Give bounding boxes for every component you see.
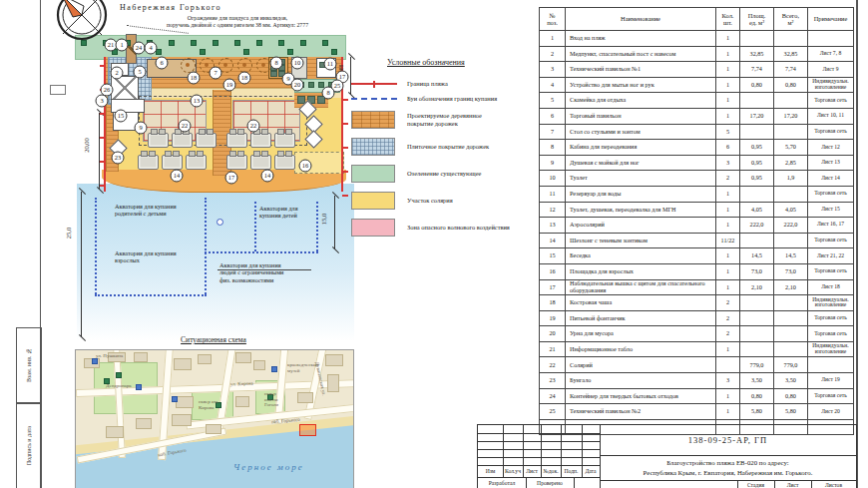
spec-cell: Вход на пляж [566, 31, 716, 47]
spec-cell: 1 [716, 77, 740, 93]
beach-lounger-icon [172, 133, 193, 148]
legend-item-label: Озеленение существующее [407, 170, 481, 178]
spec-cell: 1 [716, 248, 740, 264]
spec-cell: 1 [716, 341, 740, 357]
spec-row: 1Вход на пляж1 [540, 31, 854, 47]
tile-legend-icon [351, 138, 395, 156]
spec-cell: 6 [540, 108, 566, 124]
boundary-tick [100, 65, 106, 67]
spec-cell [774, 124, 808, 140]
spec-row: 2Медпункт, спасательный пост с навесом13… [540, 46, 854, 62]
spec-cell: 3,50 [774, 373, 808, 389]
boundary-tick [100, 113, 106, 115]
spec-cell [774, 31, 808, 47]
spec-cell: 7,74 [774, 62, 808, 78]
sea-label: Черное море [233, 462, 304, 472]
position-marker-7: 7 [210, 67, 222, 80]
spec-cell: 24 [540, 388, 566, 404]
spec-cell: 0,95 [740, 171, 774, 187]
map-building [106, 426, 124, 438]
spec-cell: 3 [716, 155, 740, 171]
map-tree-icon [116, 372, 122, 378]
beach-lounger-icon [186, 155, 207, 170]
spec-cell: Индивидуальн. изготовление [808, 295, 854, 311]
position-marker-14: 14 [171, 170, 184, 183]
map-title: Ситуационная схема [75, 335, 352, 344]
stamp-vzam-label: Взам. инв. № [26, 348, 32, 382]
map-stop-icon [172, 396, 178, 402]
spec-cell: Шезлонг с теневым зонтиком [566, 233, 716, 248]
spec-cell: 1 [716, 186, 740, 202]
position-marker-15: 15 [115, 110, 128, 123]
stamp-podpis-label: Подпись и дата [26, 426, 32, 465]
spec-cell: 1 [716, 108, 740, 124]
spec-cell: 32,85 [774, 46, 808, 62]
titleblock-col-Дата: Дата [582, 465, 601, 477]
spec-row: 23Бунгало33,503,50Лист 19 [540, 373, 854, 389]
tree-icon [243, 49, 249, 55]
spec-cell: 1 [716, 46, 740, 62]
boundary-tick [342, 123, 348, 125]
spec-cell: Технический павильон №2 [566, 404, 716, 420]
map-building [297, 392, 313, 403]
legend-item: Озеленение существующее [351, 160, 533, 187]
boundary-tick [100, 185, 106, 187]
spec-cell: 0,95 [740, 140, 774, 156]
spec-cell: 3,50 [740, 373, 774, 389]
street-label: Набережная Горького [110, 3, 231, 12]
planter-square [308, 82, 314, 88]
spec-row: 6Торговый павильон117,2017,20Лист 10, 11 [540, 108, 854, 124]
spec-cell: 73,0 [740, 263, 774, 279]
spec-col-header: Наименование [566, 8, 716, 31]
spec-cell: Торговый павильон [566, 108, 716, 124]
map-building [176, 396, 194, 408]
spec-cell: Беседка [566, 248, 716, 264]
spec-cell [774, 326, 808, 342]
spec-cell: Информационное табло [566, 341, 716, 357]
map-label: ул. Пушкина [96, 353, 123, 359]
spec-cell: 18 [540, 295, 566, 311]
spec-cell: 1 [716, 31, 740, 47]
yellow-legend-icon [351, 192, 395, 210]
beach-lounger-icon [250, 133, 271, 148]
spec-col-header: Площ. ед. м² [740, 8, 774, 31]
spec-cell: 17,20 [740, 108, 774, 124]
spec-cell: Лист 12 [808, 140, 854, 156]
tree-icon [322, 40, 328, 46]
spec-cell: 2,85 [774, 155, 808, 171]
spec-cell: 2 [716, 326, 740, 342]
spec-cell: 1 [540, 31, 566, 47]
spec-cell: Торговая сеть [808, 233, 854, 248]
water-area-label: Акватория для купания людей с ограниченн… [219, 261, 319, 283]
spec-cell: Солярий [566, 357, 716, 373]
legend-symbol [351, 138, 407, 156]
legend-symbol [351, 165, 407, 183]
buoy-line [254, 202, 256, 251]
spec-cell: Костровая чаша [566, 295, 716, 311]
spec-cell [740, 93, 774, 109]
titleblock-col-Кол.уч: Кол.уч [503, 465, 524, 477]
spec-cell: Резервуар для воды [566, 186, 716, 202]
tech-pavilion-1 [111, 76, 139, 100]
spec-row: 10Туалет20,951,9Лист 14 [540, 171, 854, 187]
spec-row: 8Кабина для переодевания60,955,70Лист 12 [540, 140, 854, 156]
spec-cell: Урна для мусора [566, 326, 716, 342]
legend-item: Проектируемое деревянное покрытие дороже… [351, 106, 533, 133]
spec-cell: 7 [540, 124, 566, 140]
spec-cell: 0,80 [774, 388, 808, 404]
spec-row: 11Резервуар для воды1Торговая сеть [540, 186, 854, 202]
beach-lounger-icon [196, 133, 217, 148]
spec-cell [774, 310, 808, 326]
spec-cell: 2 [716, 171, 740, 187]
spec-row: 22Солярий779,0779,0 [540, 357, 854, 373]
spec-cell: 1 [716, 263, 740, 279]
map-building [136, 418, 152, 429]
spec-cell: 11 [540, 186, 566, 202]
spec-cell: Лист 16, 17 [808, 218, 854, 234]
position-marker-8: 8 [270, 57, 283, 70]
tree-icon [213, 40, 218, 46]
map-building [325, 354, 343, 366]
legend: Условные обозначения Граница пляжаБуи об… [351, 58, 533, 241]
spec-cell: Лист 14 [808, 171, 854, 187]
spec-cell: 14 [540, 233, 566, 248]
